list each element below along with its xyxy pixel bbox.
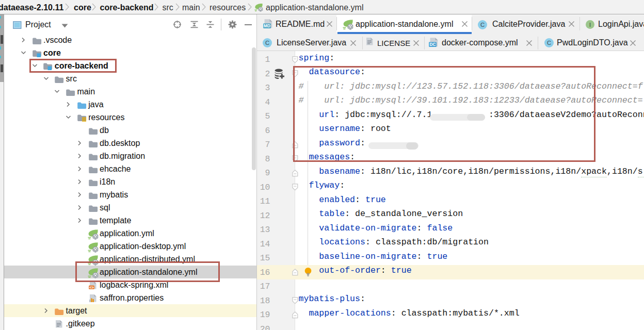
svg-text:<>: <> (89, 285, 94, 289)
svg-text:MD: MD (264, 23, 270, 28)
svg-text:C: C (265, 40, 269, 46)
svg-text:C: C (480, 22, 485, 28)
svg-text:I: I (589, 22, 591, 28)
svg-text:C: C (547, 40, 551, 46)
svg-text:DC: DC (430, 42, 436, 46)
